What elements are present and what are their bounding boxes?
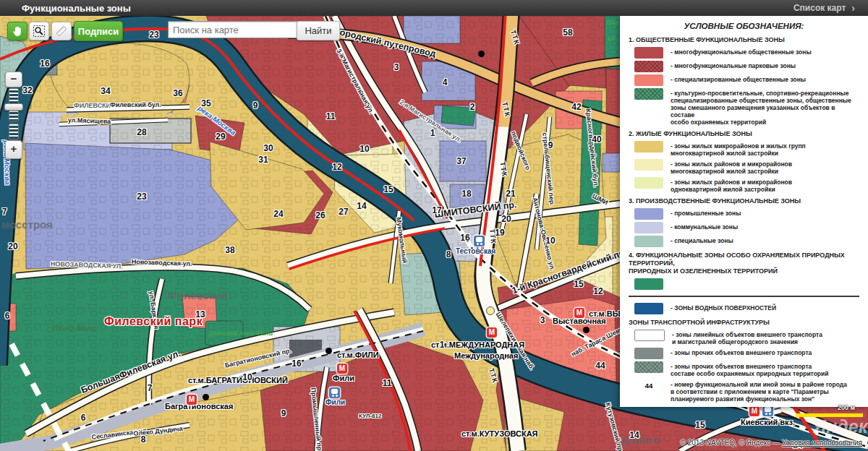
zone-number: 29 xyxy=(216,132,225,142)
legend-item-text: - зоны прочих объектов внешнего транспор… xyxy=(671,361,829,377)
legend-item-text: - зоны жилых районов и микрорайонов одно… xyxy=(671,177,792,193)
zoom-slider-track-lower[interactable] xyxy=(9,124,19,139)
legend-body: 1. ОБЩЕСТВЕННЫЕ ФУНКЦИОНАЛЬНЫЕ ЗОНЫ- мно… xyxy=(627,36,861,403)
legend-swatch-salmon xyxy=(634,74,663,86)
zone-number: 12 xyxy=(593,286,603,296)
zone-number: 35 xyxy=(201,98,210,108)
legend-item-text: - многофункциональные общественные зоны xyxy=(671,47,812,56)
zone-number: 18 xyxy=(461,189,471,199)
map-label: Кутузовский пр. xyxy=(604,402,624,451)
search-button[interactable]: Найти xyxy=(297,21,340,40)
zone-number: 23 xyxy=(137,192,146,202)
zone-number: 15 xyxy=(574,279,583,289)
labels-toggle-button[interactable]: Подписи xyxy=(74,21,123,41)
train-station-icon xyxy=(762,405,773,416)
map-label: ст.м.КУТУЗОВСКАЯ xyxy=(461,429,538,438)
legend-item: - зоны линейных объектов внешнего трансп… xyxy=(627,330,861,345)
legend-swatch-number: 44 xyxy=(634,379,663,390)
train-station-icon xyxy=(474,236,485,246)
maps-list-button[interactable]: Список карт › xyxy=(793,2,855,14)
zoom-box-tool-button[interactable] xyxy=(29,22,49,40)
legend-item: - многофункциональные парковые зоны xyxy=(627,61,861,72)
legend-item: - зоны жилых микрорайонов и жилых групп … xyxy=(627,141,861,157)
legend-swatch-communal xyxy=(634,222,663,233)
map-label: ФИЛЕВСКИ xyxy=(74,102,111,109)
legend-item-text: - промышленные зоны xyxy=(671,208,741,217)
legend-swatch-red xyxy=(634,47,663,59)
zone-number: 2 xyxy=(470,102,475,112)
legend-item: - зоны прочих объектов внешнего транспор… xyxy=(627,348,861,359)
zone-number: 30 xyxy=(263,143,273,153)
legend-item-text: - зоны линейных объектов внешнего трансп… xyxy=(672,330,822,345)
map-label: Фили xyxy=(326,398,345,406)
map-label: кл xyxy=(608,35,615,42)
legend-section-header: 3. ПРОИЗВОДСТВЕННЫЕ ФУНКЦИОНАЛЬНЫЕ ЗОНЫ xyxy=(629,197,861,205)
zone-number: 16 xyxy=(40,59,49,69)
search-input[interactable] xyxy=(168,21,301,38)
map-label: Мукомольный xyxy=(395,217,409,264)
legend-title: УСЛОВНЫЕ ОБОЗНАЧЕНИЯ: xyxy=(627,22,861,30)
zone-number: 31 xyxy=(258,155,268,165)
metro-icon: М xyxy=(574,308,584,318)
zone-number: 9 xyxy=(281,408,286,418)
map-label: 3-я Магистральная ул. xyxy=(335,48,375,115)
copyright-text: © 2013 NAVTEQ, © Яндекс — xyxy=(681,439,782,447)
zoom-control: − + xyxy=(4,72,25,159)
legend-item-text: - зоны прочих объектов внешнего транспор… xyxy=(671,348,812,356)
header-bar: Функциональные зоны Список карт › xyxy=(0,0,868,16)
zoom-box-icon xyxy=(33,25,46,38)
legend-item: - зоны жилых районов и микрорайонов одно… xyxy=(627,177,861,193)
page-title: Функциональные зоны xyxy=(22,3,131,14)
legend-item-text: - многофункциональные парковые зоны xyxy=(671,61,796,69)
legend-item: - многофункциональные общественные зоны xyxy=(627,47,861,59)
zoom-out-button[interactable]: − xyxy=(5,72,22,87)
hand-icon xyxy=(12,25,24,38)
train-station-icon xyxy=(329,387,340,398)
map-label: Красногвардейский бул. xyxy=(584,108,600,188)
zone-number: 23 xyxy=(149,30,158,40)
zone-number: 3 xyxy=(540,315,545,325)
zone-number: 28 xyxy=(137,127,146,137)
station-dot xyxy=(326,348,332,354)
metro-icon: М xyxy=(337,364,347,374)
zone-number: 6 xyxy=(81,413,86,423)
zone-number: 58 xyxy=(563,27,572,38)
legend-item-text: - зоны жилых микрорайонов и жилых групп … xyxy=(671,141,806,157)
legend-item-text: - номер функциональной или иной зоны в р… xyxy=(671,379,847,403)
zone-number: 37 xyxy=(456,156,466,166)
legend-item-text: - коммунальные зоны xyxy=(671,222,738,231)
legend-swatch-special xyxy=(634,236,663,247)
zone-number: 42 xyxy=(571,102,581,112)
maps-list-label: Список карт xyxy=(793,3,846,13)
legend-item: - ЗОНЫ ВОДНЫХ ПОВЕРХНОСТЕЙ xyxy=(627,303,861,314)
legend-item xyxy=(627,278,861,290)
zoom-slider-handle[interactable] xyxy=(4,103,23,111)
hand-tool-button[interactable] xyxy=(7,22,27,40)
ruler-icon xyxy=(55,25,68,38)
zone-number: 10 xyxy=(545,236,555,246)
map-label: ТТК xyxy=(488,367,500,385)
zone-number: 6 xyxy=(5,311,10,321)
ruler-tool-button[interactable] xyxy=(51,22,72,40)
zone-number: 15 xyxy=(383,184,393,194)
yandex-watermark: Яндекс xyxy=(813,416,868,437)
legend-swatch-gray xyxy=(634,348,663,359)
legend-section-header: ЗОНЫ ТРАНСПОРТНОЙ ИНФРАСТРУКТУРЫ xyxy=(629,319,861,327)
legend-item-text: - специализированные общественные зоны xyxy=(671,74,806,83)
legend-item: - зоны жилых районов и микрорайонов мног… xyxy=(627,159,861,175)
legend-swatch-gold xyxy=(634,141,663,153)
legend-swatch-red-hatch xyxy=(634,61,663,72)
zone-number: 14 xyxy=(357,201,366,211)
zone-number: 4 xyxy=(443,77,448,87)
zone-number: 21 xyxy=(506,189,515,199)
legend-swatch-protected xyxy=(634,278,663,290)
map-label: Киевский вкз. xyxy=(741,418,795,426)
zoom-in-button[interactable]: + xyxy=(5,140,22,159)
map-label: ПКиО Фили xyxy=(52,324,97,332)
zone-number: 17 xyxy=(432,205,441,215)
zone-number: 19 xyxy=(495,228,504,238)
map-label: Фили xyxy=(333,374,354,382)
terms-link[interactable]: Условия использования xyxy=(782,439,862,447)
zone-number: 14 xyxy=(629,430,639,440)
map-label: подвойского xyxy=(510,130,532,171)
